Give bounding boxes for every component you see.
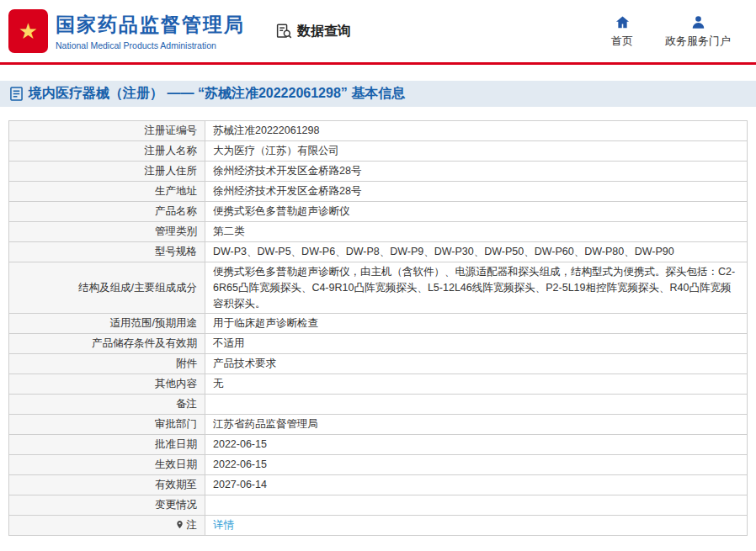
nav-data-query-label: 数据查询 [297,23,351,40]
row-label-text: 其他内容 [155,378,197,389]
row-value [205,395,748,415]
row-value: 用于临床超声诊断检查 [205,314,748,334]
table-row: 产品名称便携式彩色多普勒超声诊断仪 [9,202,748,222]
row-value: 详情 [205,516,748,536]
info-table-body: 注册证编号苏械注准20222061298注册人名称大为医疗（江苏）有限公司注册人… [9,121,748,536]
row-label: 变更情况 [9,495,205,516]
home-icon [615,14,631,30]
header-nav: 首页 政务服务门户 [611,14,731,49]
row-label: 注 [9,516,205,536]
row-label: 有效期至 [9,475,205,495]
table-row: 变更情况 [9,495,748,516]
row-label-text: 附件 [176,358,197,369]
row-label-text: 产品储存条件及有效期 [92,337,197,349]
data-query-icon [275,23,293,40]
row-label: 其他内容 [9,374,205,395]
row-label-text: 注册人名称 [145,145,198,156]
row-value: 大为医疗（江苏）有限公司 [205,141,748,162]
row-label: 型号规格 [9,242,205,262]
table-row: 其他内容无 [9,374,748,395]
row-value: 徐州经济技术开发区金桥路28号 [205,162,748,182]
user-icon [690,14,706,30]
row-value: 2027-06-14 [205,475,748,495]
nav-home-label: 首页 [611,34,633,49]
row-value: 无 [205,374,748,395]
table-row: 附件产品技术要求 [9,354,748,374]
table-row: 备注 [9,395,748,415]
row-label: 附件 [9,354,205,374]
row-label-text: 有效期至 [155,479,197,490]
row-value: 徐州经济技术开发区金桥路28号 [205,182,748,202]
row-label-text: 注册人住所 [145,165,198,177]
row-label: 适用范围/预期用途 [9,314,205,334]
nav-data-query[interactable]: 数据查询 [275,23,351,40]
row-label-text: 生效日期 [155,458,197,470]
row-label-text: 审批部门 [155,418,197,430]
row-label-text: 注册证编号 [145,125,198,136]
row-label: 审批部门 [9,415,205,435]
detail-link[interactable]: 详情 [213,519,234,531]
table-row: 生效日期2022-06-15 [9,455,748,475]
table-row: 注册人住所徐州经济技术开发区金桥路28号 [9,162,748,182]
row-label: 注册人名称 [9,141,205,162]
row-value: 不适用 [205,334,748,354]
table-row: 适用范围/预期用途用于临床超声诊断检查 [9,314,748,334]
table-row: 型号规格DW-P3、DW-P5、DW-P6、DW-P8、DW-P9、DW-P30… [9,242,748,262]
table-row: 注册证编号苏械注准20222061298 [9,121,748,141]
row-value: 江苏省药品监督管理局 [205,415,748,435]
site-logo[interactable]: ★ 国家药品监督管理局 National Medical Products Ad… [8,9,245,53]
row-label: 注册证编号 [9,121,205,141]
row-label: 产品名称 [9,202,205,222]
info-table: 注册证编号苏械注准20222061298注册人名称大为医疗（江苏）有限公司注册人… [8,120,748,536]
row-label-text: 备注 [176,398,197,410]
row-label-text: 变更情况 [155,499,197,511]
row-label: 备注 [9,395,205,415]
site-header: ★ 国家药品监督管理局 National Medical Products Ad… [0,0,756,62]
row-label-text: 结构及组成/主要组成成分 [78,282,197,294]
header-red-divider [0,62,756,65]
row-label: 生效日期 [9,455,205,475]
row-label-text: 注 [187,519,198,531]
national-emblem-icon: ★ [8,9,48,53]
pin-icon [175,519,184,530]
row-label-text: 批准日期 [155,438,197,450]
row-value: DW-P3、DW-P5、DW-P6、DW-P8、DW-P9、DW-P30、DW-… [205,242,748,262]
nav-home[interactable]: 首页 [611,14,633,49]
row-value: 苏械注准20222061298 [205,121,748,141]
row-label: 生产地址 [9,182,205,202]
org-name-zh: 国家药品监督管理局 [56,12,245,38]
nav-gov-portal[interactable]: 政务服务门户 [665,14,731,49]
table-row: 产品储存条件及有效期不适用 [9,334,748,354]
row-value: 便携式彩色多普勒超声诊断仪 [205,202,748,222]
org-name-en: National Medical Products Administration [56,40,245,50]
row-label: 注册人住所 [9,162,205,182]
row-label: 管理类别 [9,222,205,242]
page: ★ 国家药品监督管理局 National Medical Products Ad… [0,0,756,536]
row-label-text: 产品名称 [155,205,197,217]
brand-text: 国家药品监督管理局 National Medical Products Admi… [56,12,245,50]
row-value: 产品技术要求 [205,354,748,374]
row-label: 产品储存条件及有效期 [9,334,205,354]
page-title: 境内医疗器械（注册） —— “苏械注准20222061298” 基本信息 [29,85,405,103]
star-glyph: ★ [19,20,38,42]
row-label-text: 生产地址 [155,185,197,197]
row-label: 批准日期 [9,435,205,455]
nav-gov-portal-label: 政务服务门户 [665,34,731,49]
table-row: 注详情 [9,516,748,536]
row-label-text: 适用范围/预期用途 [110,317,197,329]
table-row: 管理类别第二类 [9,222,748,242]
table-row: 审批部门江苏省药品监督管理局 [9,415,748,435]
row-label-text: 型号规格 [155,246,197,257]
document-icon [10,87,23,101]
row-value: 便携式彩色多普勒超声诊断仪，由主机（含软件）、电源适配器和探头组成，结构型式为便… [205,262,748,314]
table-row: 生产地址徐州经济技术开发区金桥路28号 [9,182,748,202]
table-row: 有效期至2027-06-14 [9,475,748,495]
row-label-text: 管理类别 [155,225,197,237]
table-row: 结构及组成/主要组成成分便携式彩色多普勒超声诊断仪，由主机（含软件）、电源适配器… [9,262,748,314]
row-value: 第二类 [205,222,748,242]
page-title-bar: 境内医疗器械（注册） —— “苏械注准20222061298” 基本信息 [0,81,756,107]
table-row: 注册人名称大为医疗（江苏）有限公司 [9,141,748,162]
row-value [205,495,748,516]
row-value: 2022-06-15 [205,455,748,475]
row-value: 2022-06-15 [205,435,748,455]
